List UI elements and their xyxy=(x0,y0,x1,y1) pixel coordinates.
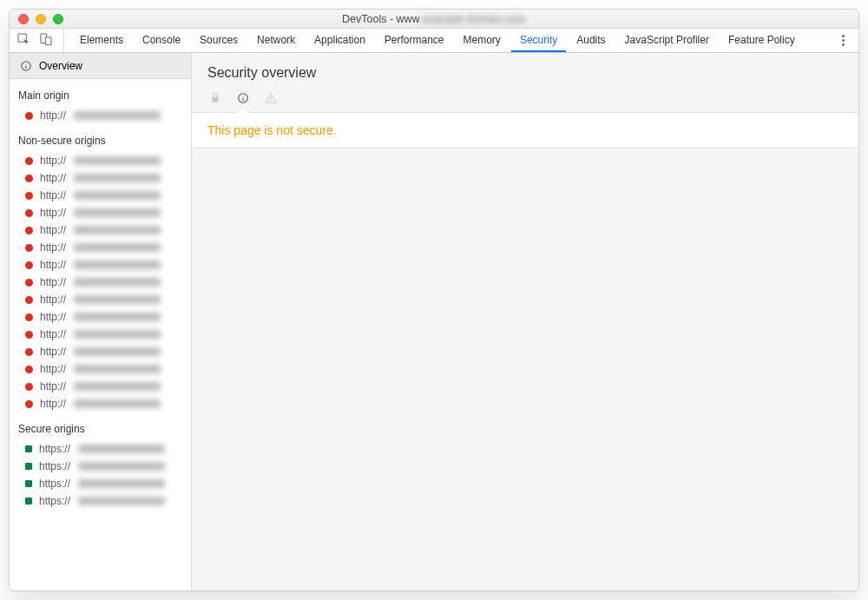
redacted-host xyxy=(74,365,161,373)
origin-url: http:// xyxy=(40,328,66,340)
caution-icon[interactable] xyxy=(265,92,277,108)
tab-security[interactable]: Security xyxy=(511,29,566,52)
insecure-indicator-icon xyxy=(25,348,33,356)
origin-url: https:// xyxy=(39,460,70,472)
origin-item[interactable]: http:// xyxy=(10,326,191,343)
origin-url: https:// xyxy=(39,443,70,455)
insecure-indicator-icon xyxy=(25,400,33,408)
redacted-host xyxy=(78,445,165,453)
lock-icon[interactable] xyxy=(209,92,221,108)
origin-url: http:// xyxy=(40,363,66,375)
tab-elements[interactable]: Elements xyxy=(71,29,132,52)
tab-console[interactable]: Console xyxy=(134,29,189,52)
window-title: DevTools - www.example-domain.com xyxy=(10,13,858,25)
origin-item[interactable]: http:// xyxy=(10,107,191,124)
window-controls xyxy=(10,14,63,24)
insecure-indicator-icon xyxy=(25,366,33,373)
origin-item[interactable]: http:// xyxy=(10,169,191,187)
inspect-element-icon[interactable] xyxy=(16,32,30,49)
insecure-indicator-icon xyxy=(25,331,33,339)
tab-performance[interactable]: Performance xyxy=(376,29,453,52)
tab-javascript-profiler[interactable]: JavaScript Profiler xyxy=(616,29,718,52)
redacted-host xyxy=(74,260,161,269)
origin-url: https:// xyxy=(39,478,70,490)
origin-url: http:// xyxy=(40,241,66,254)
origin-url: http:// xyxy=(40,276,66,288)
redacted-host xyxy=(74,243,161,252)
security-overview-title: Security overview xyxy=(207,65,843,81)
insecure-indicator-icon xyxy=(25,296,33,304)
redacted-host xyxy=(74,347,161,356)
close-window-button[interactable] xyxy=(18,14,29,24)
origin-item[interactable]: http:// xyxy=(10,152,191,169)
tab-sources[interactable]: Sources xyxy=(191,29,247,52)
origin-item[interactable]: http:// xyxy=(10,343,191,360)
redacted-host xyxy=(74,111,161,120)
security-sidebar: Overview Main originhttp://Non-secure or… xyxy=(10,53,192,590)
origin-item[interactable]: http:// xyxy=(10,239,191,256)
origin-item[interactable]: http:// xyxy=(10,360,191,378)
origin-url: http:// xyxy=(40,259,66,271)
redacted-host xyxy=(78,479,165,488)
redacted-host xyxy=(74,399,161,408)
insecure-indicator-icon xyxy=(25,157,33,165)
insecure-indicator-icon xyxy=(25,244,33,252)
sidebar-section-title: Secure origins xyxy=(10,412,191,440)
origin-item[interactable]: https:// xyxy=(10,475,191,492)
origin-item[interactable]: http:// xyxy=(10,221,191,239)
origin-url: http:// xyxy=(40,293,66,306)
origin-item[interactable]: http:// xyxy=(10,291,191,308)
tab-memory[interactable]: Memory xyxy=(455,29,510,52)
redacted-host xyxy=(74,174,161,182)
origin-item[interactable]: http:// xyxy=(10,308,191,326)
origin-item[interactable]: http:// xyxy=(10,274,191,291)
device-toggle-icon[interactable] xyxy=(39,32,53,49)
redacted-host xyxy=(74,191,161,200)
origin-item[interactable]: http:// xyxy=(10,187,191,204)
tab-application[interactable]: Application xyxy=(306,29,374,52)
origin-item[interactable]: https:// xyxy=(10,492,191,510)
origin-item[interactable]: https:// xyxy=(10,440,191,458)
insecure-indicator-icon xyxy=(25,313,33,321)
origin-url: http:// xyxy=(40,155,66,167)
security-message: This page is not secure. xyxy=(192,112,858,148)
security-main-panel: Security overview This page is not secur… xyxy=(192,53,858,590)
insecure-indicator-icon xyxy=(25,175,33,182)
tab-audits[interactable]: Audits xyxy=(568,29,614,52)
origin-url: http:// xyxy=(40,172,66,184)
origin-url: http:// xyxy=(40,224,66,236)
secure-indicator-icon xyxy=(25,480,32,487)
origin-item[interactable]: https:// xyxy=(10,458,191,475)
redacted-host xyxy=(74,330,161,339)
origin-url: http:// xyxy=(40,189,66,201)
insecure-indicator-icon xyxy=(25,112,33,120)
origin-item[interactable]: http:// xyxy=(10,395,191,412)
maximize-window-button[interactable] xyxy=(53,14,63,24)
minimize-window-button[interactable] xyxy=(36,14,46,24)
main-toolbar: ElementsConsoleSourcesNetworkApplication… xyxy=(10,29,858,53)
more-menu-icon[interactable] xyxy=(838,31,848,49)
origin-item[interactable]: http:// xyxy=(10,378,191,395)
origin-item[interactable]: http:// xyxy=(10,256,191,274)
inspect-tools xyxy=(16,29,64,52)
redacted-host xyxy=(78,462,165,471)
svg-rect-2 xyxy=(45,37,51,45)
redacted-host xyxy=(74,295,161,304)
insecure-indicator-icon xyxy=(25,261,33,269)
origin-url: http:// xyxy=(40,380,66,392)
insecure-indicator-icon xyxy=(25,383,33,391)
insecure-indicator-icon xyxy=(25,279,33,287)
origin-item[interactable]: http:// xyxy=(10,204,191,221)
secure-indicator-icon xyxy=(25,498,32,504)
overview-label: Overview xyxy=(39,60,82,72)
tab-feature-policy[interactable]: Feature Policy xyxy=(720,29,804,52)
status-pointer xyxy=(236,107,248,113)
redacted-host xyxy=(74,278,161,287)
devtools-window: DevTools - www.example-domain.com Elemen… xyxy=(9,9,859,591)
sidebar-overview[interactable]: Overview xyxy=(10,53,191,79)
redacted-host xyxy=(74,226,161,234)
sidebar-section-title: Non-secure origins xyxy=(10,124,191,152)
insecure-indicator-icon xyxy=(25,209,33,217)
info-icon[interactable] xyxy=(237,92,249,108)
tab-network[interactable]: Network xyxy=(248,29,304,52)
